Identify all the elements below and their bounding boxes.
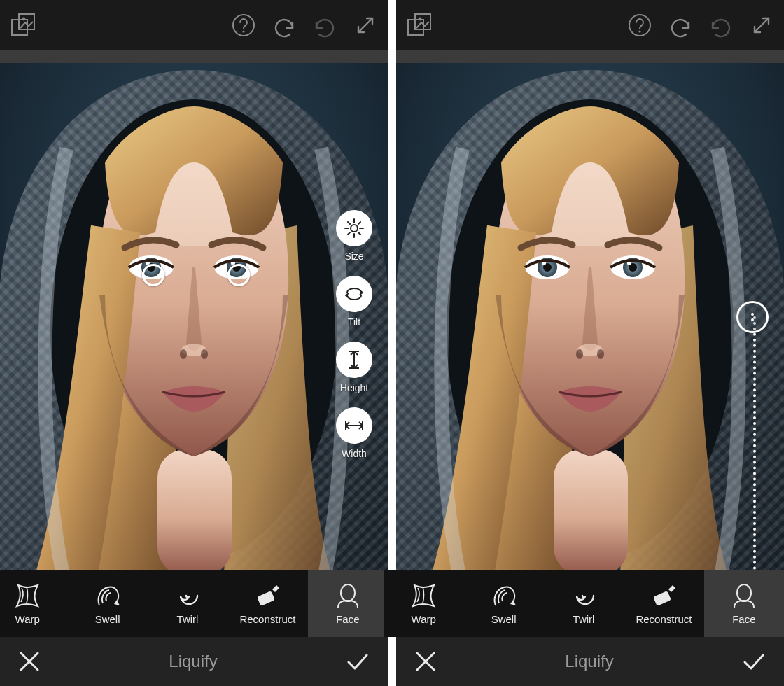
face-icon (335, 582, 361, 609)
twirl-icon (174, 582, 201, 609)
image-canvas[interactable]: Size Tilt Height Width (0, 63, 388, 570)
undo-icon[interactable] (272, 13, 297, 38)
tool-face[interactable]: Face (704, 570, 784, 637)
tool-twirl[interactable]: Twirl (544, 570, 624, 637)
face-option-label: Height (340, 382, 368, 393)
footer-bar: Liquify (396, 637, 784, 686)
tool-swell[interactable]: Swell (67, 570, 147, 637)
image-canvas[interactable] (396, 63, 784, 570)
face-option-tilt[interactable]: Tilt (336, 276, 372, 328)
tool-label: Face (732, 613, 755, 625)
sub-toolbar (0, 50, 388, 63)
compare-icon[interactable] (10, 13, 36, 38)
tool-label: Twirl (177, 613, 199, 625)
tool-warp[interactable]: Warp (0, 570, 67, 637)
height-icon (343, 349, 365, 371)
fullscreen-icon[interactable] (353, 13, 378, 38)
footer-bar: Liquify (0, 637, 388, 686)
portrait-image (0, 63, 388, 570)
compare-icon[interactable] (406, 13, 433, 38)
tool-label: Reconstruct (239, 613, 295, 625)
screenshot-right: Warp Swell Twirl Reconstruct Face Liquif… (396, 0, 784, 686)
undo-icon[interactable] (668, 13, 693, 38)
top-toolbar (0, 0, 388, 50)
footer-title: Liquify (565, 652, 613, 671)
size-icon (343, 217, 365, 239)
footer-title: Liquify (169, 652, 217, 671)
face-option-width[interactable]: Width (336, 407, 372, 459)
face-option-size[interactable]: Size (336, 210, 372, 262)
tool-label: Reconstruct (636, 613, 692, 625)
confirm-button[interactable] (344, 648, 371, 675)
screenshot-left: Size Tilt Height Width Warp (0, 0, 388, 686)
tool-label: Swell (95, 613, 120, 625)
face-option-label: Tilt (348, 316, 360, 328)
tool-label: Swell (491, 613, 517, 625)
confirm-button[interactable] (741, 648, 767, 675)
twirl-icon (570, 582, 597, 609)
face-option-height[interactable]: Height (336, 342, 372, 393)
fullscreen-icon[interactable] (749, 13, 774, 38)
face-option-label: Size (344, 251, 363, 262)
tool-twirl[interactable]: Twirl (148, 570, 227, 637)
eye-marker-left[interactable] (142, 264, 164, 286)
cancel-button[interactable] (413, 649, 438, 674)
tool-label: Twirl (573, 613, 595, 625)
help-icon[interactable] (627, 13, 652, 38)
cancel-button[interactable] (17, 649, 42, 674)
tool-warp[interactable]: Warp (384, 570, 463, 637)
adjust-slider-track[interactable] (753, 316, 756, 570)
swell-icon (94, 582, 121, 609)
tool-swell[interactable]: Swell (463, 570, 543, 637)
tool-face[interactable]: Face (308, 570, 388, 637)
top-toolbar (396, 0, 784, 50)
redo-icon (708, 13, 734, 38)
swell-icon (491, 582, 517, 609)
sub-toolbar (396, 50, 784, 63)
tool-reconstruct[interactable]: Reconstruct (227, 570, 307, 637)
portrait-image (396, 63, 784, 570)
tool-reconstruct[interactable]: Reconstruct (624, 570, 704, 637)
liquify-tool-row[interactable]: Warp Swell Twirl Reconstruct Face (0, 570, 388, 637)
face-option-label: Width (342, 448, 367, 459)
tool-label: Warp (15, 613, 40, 625)
face-icon (731, 582, 757, 609)
warp-icon (14, 582, 41, 609)
adjust-slider-knob[interactable] (736, 301, 769, 333)
tilt-icon (343, 283, 365, 305)
width-icon (343, 414, 365, 437)
redo-icon (312, 13, 337, 38)
tool-label: Warp (412, 613, 436, 625)
reconstruct-icon (254, 582, 281, 609)
warp-icon (410, 582, 437, 609)
reconstruct-icon (650, 582, 677, 609)
eye-marker-right[interactable] (227, 264, 250, 286)
tool-label: Face (336, 613, 359, 625)
liquify-tool-row[interactable]: Warp Swell Twirl Reconstruct Face (384, 570, 784, 637)
face-options-panel: Size Tilt Height Width (336, 210, 372, 459)
help-icon[interactable] (231, 13, 256, 38)
